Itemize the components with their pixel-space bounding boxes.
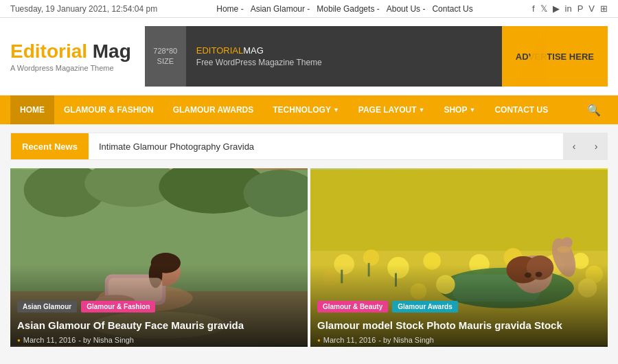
card-asian-glamour[interactable]: Asian Glamour Glamour & Fashion Asian Gl… (10, 168, 308, 347)
svg-rect-29 (395, 273, 397, 287)
page-layout-arrow: ▼ (419, 106, 425, 113)
svg-point-41 (411, 283, 427, 299)
card-meta-left: ● March 11, 2016 - by Nisha Singh (17, 336, 134, 344)
svg-point-42 (578, 279, 597, 298)
nav-home[interactable]: HOME (10, 95, 54, 124)
nav-items: HOME GLAMOUR & FASHION GLAMOUR AWARDS TE… (10, 95, 580, 124)
svg-point-36 (536, 272, 542, 277)
meta-dot-right: ● (317, 337, 321, 343)
logo-title: Editorial Mag (10, 41, 131, 62)
banner-subtitle: Free WordPress Magazine Theme (196, 58, 492, 67)
card-author-left: - by Nisha Singh (78, 336, 134, 344)
tag-asian-glamour[interactable]: Asian Glamour (17, 301, 77, 312)
search-icon[interactable]: 🔍 (580, 97, 608, 124)
banner-mag: MAG (243, 45, 264, 56)
header: Editorial Mag A Wordpress Magazine Theme… (0, 18, 618, 95)
recent-news-next[interactable]: › (585, 133, 607, 160)
svg-point-17 (334, 254, 354, 275)
vimeo-icon[interactable]: V (588, 3, 595, 14)
navbar: HOME GLAMOUR & FASHION GLAMOUR AWARDS TE… (0, 95, 618, 124)
card-date-left: March 11, 2016 (23, 336, 76, 344)
banner-title: EDITORIALMAG (196, 45, 492, 56)
facebook-icon[interactable]: f (532, 3, 535, 14)
svg-rect-13 (108, 278, 163, 302)
image-grid: Asian Glamour Glamour & Fashion Asian Gl… (10, 168, 608, 347)
nav-home[interactable]: Home - (214, 4, 246, 14)
svg-point-39 (557, 246, 571, 253)
card-glamour-model[interactable]: Glamour & Beauty Glamour Awards Glamour … (310, 168, 608, 347)
svg-point-35 (525, 273, 531, 278)
logo[interactable]: Editorial Mag A Wordpress Magazine Theme (10, 41, 131, 72)
nav-about-us[interactable]: About Us - (384, 4, 428, 14)
twitter-icon[interactable]: 𝕏 (540, 3, 547, 14)
svg-point-25 (323, 270, 339, 286)
rss-icon[interactable]: ⊞ (600, 3, 608, 14)
topbar-nav: Home - Asian Glamour - Mobile Gadgets - … (214, 4, 476, 14)
recent-news-nav: ‹ › (563, 133, 607, 160)
nav-contact-us-main[interactable]: CONTACT US (485, 95, 558, 124)
topbar-social: f 𝕏 ▶ in P V ⊞ (532, 3, 608, 14)
svg-point-40 (436, 275, 455, 295)
tag-glamour-awards[interactable]: Glamour Awards (392, 301, 457, 312)
svg-marker-0 (513, 26, 547, 87)
nav-glamour-awards[interactable]: GLAMOUR AWARDS (163, 95, 264, 124)
banner-size: 728*80 SIZE (145, 26, 186, 87)
svg-point-30 (439, 268, 574, 308)
nav-glamour-fashion[interactable]: GLAMOUR & FASHION (54, 95, 163, 124)
topbar-date: Tuesday, 19 January 2021, 12:54:04 pm (10, 4, 157, 14)
shop-arrow: ▼ (469, 106, 475, 113)
header-banner: 728*80 SIZE EDITORIALMAG Free WordPress … (145, 26, 608, 87)
card-meta-right: ● March 11, 2016 - by Nisha Singh (317, 336, 434, 344)
nav-mobile-gadgets[interactable]: Mobile Gadgets - (314, 4, 382, 14)
card-author-right: - by Nisha Singh (378, 336, 434, 344)
technology-arrow: ▼ (333, 106, 339, 113)
nav-shop[interactable]: SHOP ▼ (434, 95, 485, 124)
topbar: Tuesday, 19 January 2021, 12:54:04 pm Ho… (0, 0, 618, 18)
banner-editorial: EDITORIAL (196, 45, 243, 56)
svg-point-19 (387, 257, 409, 278)
svg-rect-27 (341, 270, 343, 284)
banner-shape (513, 26, 547, 87)
svg-point-12 (149, 261, 163, 288)
tag-glamour-fashion[interactable]: Glamour & Fashion (81, 301, 155, 312)
svg-point-21 (469, 254, 490, 275)
svg-rect-31 (453, 275, 540, 302)
nav-contact-us[interactable]: Contact Us (429, 4, 475, 14)
card-tags-right: Glamour & Beauty Glamour Awards (317, 301, 458, 312)
recent-news-label: Recent News (11, 133, 89, 159)
banner-content: EDITORIALMAG Free WordPress Magazine The… (186, 38, 502, 74)
svg-point-34 (527, 255, 553, 280)
logo-subtitle: A Wordpress Magazine Theme (10, 64, 131, 72)
tag-glamour-beauty[interactable]: Glamour & Beauty (317, 301, 388, 312)
logo-mag: Mag (87, 41, 131, 62)
linkedin-icon[interactable]: in (565, 3, 572, 14)
recent-news-prev[interactable]: ‹ (563, 133, 585, 160)
recent-news-bar: Recent News Intimate Glamour Photography… (10, 133, 608, 160)
svg-point-20 (423, 252, 441, 270)
nav-asian-glamour[interactable]: Asian Glamour - (248, 4, 313, 14)
svg-rect-28 (368, 263, 370, 277)
recent-news-text: Intimate Glamour Photography Gravida (89, 141, 563, 152)
card-date-right: March 11, 2016 (323, 336, 376, 344)
nav-page-layout[interactable]: PAGE LAYOUT ▼ (349, 95, 435, 124)
nav-technology[interactable]: TECHNOLOGY ▼ (263, 95, 349, 124)
card-title-right: Glamour model Stock Photo Mauris gravida… (317, 319, 601, 332)
logo-editorial: Editorial (10, 41, 87, 62)
meta-dot-left: ● (17, 337, 21, 343)
card-title-left: Asian Glamour Of Beauty Face Mauris grav… (17, 319, 301, 332)
pinterest-icon[interactable]: P (577, 3, 584, 14)
svg-point-18 (363, 249, 380, 266)
card-tags-left: Asian Glamour Glamour & Fashion (17, 301, 155, 312)
youtube-icon[interactable]: ▶ (553, 3, 560, 14)
svg-point-26 (586, 266, 604, 284)
